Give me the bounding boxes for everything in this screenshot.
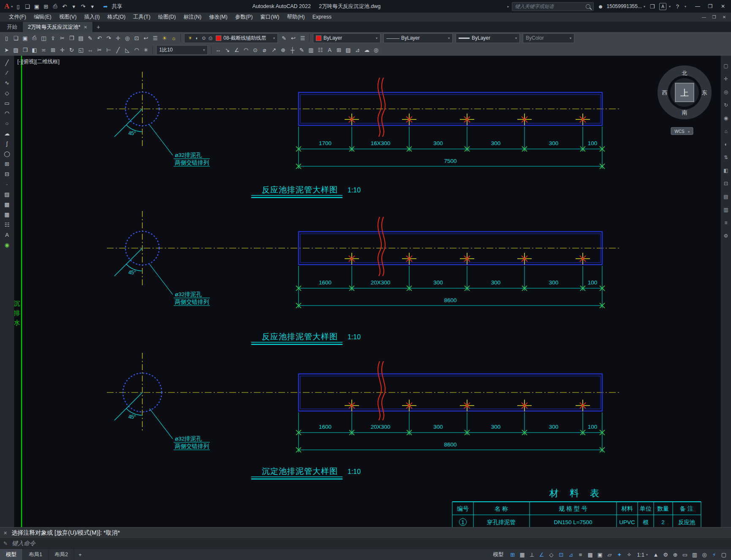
new-layout-button[interactable]: + [74,549,86,560]
layer-properties-icon[interactable]: ☰ [151,34,160,43]
menu-item[interactable]: 文件(F) [5,13,30,22]
plot-icon[interactable]: ⎙ [51,2,60,11]
help-search-input[interactable]: 键入关键字或短语 [512,2,594,11]
workspace-settings-icon[interactable]: ⚙ [661,550,670,560]
menu-item[interactable]: 绘图(D) [154,13,179,22]
doc-restore-icon[interactable]: ❐ [709,15,719,19]
compass-north-label[interactable]: 北 [682,70,688,76]
menu-item[interactable]: 插入(I) [80,13,103,22]
new-tab-button[interactable]: + [93,22,104,32]
note-leader[interactable] [149,409,173,439]
dim-text[interactable]: 300 [491,424,501,430]
object-snap-icon[interactable]: ⊡ [557,550,566,560]
close-tab-icon[interactable]: ✕ [84,25,87,30]
save-as-icon[interactable]: ⊞ [41,2,50,11]
linetype-select[interactable]: ——— ByLayer ▾ [383,33,453,43]
dim-total-text[interactable]: 8600 [444,297,457,303]
ortho-icon[interactable]: ⊥ [527,550,537,560]
menu-item[interactable]: 帮助(H) [283,13,308,22]
extend-icon[interactable]: ⊢ [104,46,113,54]
region-icon[interactable]: ▦ [2,210,12,219]
layer-freeze-icon[interactable]: ◐ [194,34,200,43]
command-close-icon[interactable]: ✕ [3,530,7,536]
open-file-icon[interactable]: ❏ [23,2,32,11]
layer-plot-icon[interactable]: ⎙ [207,34,214,43]
undo-icon[interactable]: ↶ [95,34,104,43]
chamfer-icon[interactable]: ◺ [123,46,132,54]
help-icon[interactable]: ? [673,2,682,11]
dim-radius-icon[interactable]: ⊙ [251,46,260,54]
break-line[interactable] [378,217,381,276]
erase-icon[interactable]: ▨ [11,46,20,54]
undo-caret-icon[interactable]: ▾ [69,2,78,11]
polyline-icon[interactable]: ∿ [2,78,12,87]
steering-wheel-icon[interactable]: ◉ [722,114,730,122]
model-space-button[interactable]: 模型 [490,551,507,558]
dim-text[interactable]: 1700 [319,140,332,146]
command-input-row[interactable]: ✎ 键入命令 [0,538,731,549]
pan-icon[interactable]: ✛ [114,34,122,43]
tab-document[interactable]: 2万吨每天反应沉淀池* ✕ [23,22,93,32]
graphics-performance-icon[interactable]: ⚡ [709,550,719,560]
zoom-window-icon[interactable]: ⊡ [132,34,141,43]
note-text[interactable]: 两侧交错排列 [175,160,209,166]
dim-text[interactable]: 300 [491,140,501,146]
scale-icon[interactable]: ◱ [76,46,85,54]
layer-on-icon[interactable]: ☀ [160,34,169,43]
open-file-icon[interactable]: ❏ [11,34,20,43]
paste-icon[interactable]: ▤ [76,34,85,43]
dim-aligned-icon[interactable]: ↘ [223,46,232,54]
osnap-settings-icon[interactable]: ◎ [372,46,380,54]
construction-line-icon[interactable]: ∕ [2,68,12,77]
redo-caret-icon[interactable]: ▾ [88,2,97,11]
command-customize-icon[interactable]: ✎ [3,541,8,546]
select-icon[interactable]: ➤ [2,46,11,54]
layout-tab-2[interactable]: 布局2 [49,549,74,560]
list-icon[interactable]: ≡ [722,219,730,227]
layer-match-icon[interactable]: ✎ [280,34,288,43]
account-button[interactable]: ☻ 15059991355... ▾ [596,2,645,11]
note-leader[interactable] [149,264,173,295]
rotate-icon[interactable]: ↻ [67,46,76,54]
dim-text[interactable]: 300 [433,279,443,286]
snap-mode-icon[interactable]: ▦ [518,550,527,560]
save-icon[interactable]: ▣ [32,2,41,11]
dim-text[interactable]: 100 [588,279,598,286]
dim-text[interactable]: 1600 [319,279,332,286]
menu-item[interactable]: 修改(M) [205,13,231,22]
layer-states-icon[interactable]: ☰ [298,34,307,43]
compass-west-label[interactable]: 西 [662,89,668,96]
grid-icon[interactable]: ⊞ [508,550,517,560]
table-cell[interactable]: 2 [661,519,665,525]
autocad-logo-icon[interactable]: A [3,2,10,11]
table-cell[interactable]: DN150 L=7500 [554,519,592,525]
dim-total-text[interactable]: 8600 [444,441,457,448]
compass-south-label[interactable]: 南 [682,109,688,116]
table-cell[interactable]: 1 [461,519,465,525]
apps-caret-icon[interactable]: ▾ [669,5,671,8]
app-store-icon[interactable]: ❒ [648,2,657,11]
line-icon[interactable]: ╱ [2,58,12,67]
revision-cloud-icon[interactable]: ☁ [2,129,12,138]
annotation-visibility-icon[interactable]: ✦ [615,550,624,560]
note-text[interactable]: ø32排泥孔 [175,436,202,442]
leader-icon[interactable]: ↗ [269,46,278,54]
dim-text[interactable]: 100 [588,424,598,430]
scale-select[interactable]: 1比10 ▾ [156,45,208,55]
annotation-monitor-icon[interactable]: ⊕ [671,550,680,560]
dim-text[interactable]: 300 [549,424,559,430]
hatch-icon[interactable]: ▨ [344,46,353,54]
dim-total-text[interactable]: 7500 [444,158,457,164]
dim-arc-icon[interactable]: ◠ [242,46,250,54]
dim-text[interactable]: 300 [433,140,443,146]
point-icon[interactable]: ∙ [2,180,12,189]
annotation-scale-button[interactable]: 1:1 ▾ [635,552,650,558]
redo-icon[interactable]: ↷ [79,2,87,11]
dim-text[interactable]: 16X300 [371,140,391,146]
block-icon[interactable]: ⊞ [334,46,343,54]
layout-tab-1[interactable]: 布局1 [23,549,49,560]
layer-select[interactable]: ☀◐⊙⎙ 08-截断线辅助线层 ▾ [184,33,278,43]
new-file-icon[interactable]: ▯ [2,34,11,43]
drawing-title[interactable]: 反应池排泥管大样图 [262,185,338,194]
copy-icon[interactable]: ❐ [67,34,76,43]
